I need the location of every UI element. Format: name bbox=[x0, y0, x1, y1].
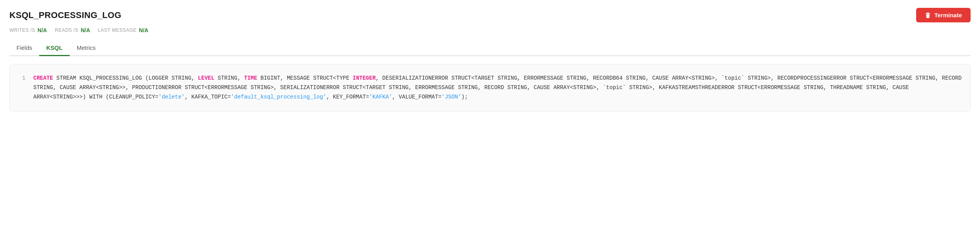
code-container: 1 CREATE STREAM KSQL_PROCESSING_LOG (LOG… bbox=[9, 64, 971, 111]
writes-label: WRITES /S bbox=[9, 27, 35, 33]
tab-fields[interactable]: Fields bbox=[9, 40, 39, 56]
writes-value: N/A bbox=[38, 27, 47, 33]
tabs-row: Fields KSQL Metrics bbox=[9, 40, 971, 56]
header-row: KSQL_PROCESSING_LOG Terminate bbox=[9, 8, 971, 22]
reads-value: N/A bbox=[81, 27, 90, 33]
reads-label: READS /S bbox=[55, 27, 78, 33]
last-message-label: LAST MESSAGE bbox=[98, 27, 136, 33]
stats-row: WRITES /S N/A READS /S N/A LAST MESSAGE … bbox=[9, 27, 971, 33]
svg-rect-1 bbox=[926, 13, 930, 14]
svg-rect-0 bbox=[927, 13, 929, 13]
line-number-1: 1 bbox=[22, 75, 25, 81]
line-numbers: 1 bbox=[18, 74, 25, 102]
tab-metrics[interactable]: Metrics bbox=[70, 40, 103, 56]
last-message-value: N/A bbox=[139, 27, 149, 33]
code-content: CREATE STREAM KSQL_PROCESSING_LOG (LOGGE… bbox=[33, 74, 962, 102]
trash-icon bbox=[925, 12, 931, 18]
terminate-button[interactable]: Terminate bbox=[916, 8, 971, 22]
terminate-label: Terminate bbox=[934, 12, 962, 18]
page-title: KSQL_PROCESSING_LOG bbox=[9, 10, 121, 20]
tab-ksql[interactable]: KSQL bbox=[39, 40, 70, 56]
